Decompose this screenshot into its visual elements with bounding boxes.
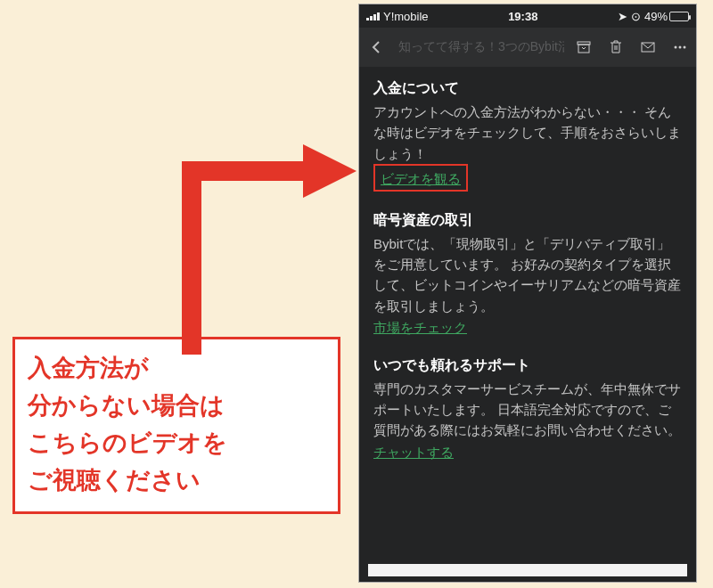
section-support: いつでも頼れるサポート 専門のカスタマーサービスチームが、年中無休でサポートいた…	[373, 356, 682, 461]
pointer-arrow	[178, 132, 356, 363]
archive-icon	[576, 39, 592, 55]
video-link-highlight: ビデオを観る	[373, 164, 468, 192]
more-icon	[672, 39, 688, 55]
section-title: いつでも頼れるサポート	[373, 356, 682, 375]
alarm-icon: ⊙	[631, 10, 641, 23]
email-subject-faded: 知ってて得する！3つのBybit活用	[398, 39, 564, 55]
signal-icon	[366, 12, 380, 20]
chat-link[interactable]: チャットする	[373, 445, 454, 461]
more-button[interactable]	[671, 38, 689, 56]
section-trading: 暗号資産の取引 Bybitでは、「現物取引」と「デリバティブ取引」をご用意してい…	[373, 211, 682, 337]
mail-app-header: 知ってて得する！3つのBybit活用	[359, 28, 696, 67]
archive-button[interactable]	[575, 38, 593, 56]
section-body: 専門のカスタマーサービスチームが、年中無休でサポートいたします。 日本語完全対応…	[373, 379, 682, 441]
status-right: ➤ ⊙ 49%	[618, 10, 689, 23]
status-bar: Y!mobile 19:38 ➤ ⊙ 49%	[359, 4, 696, 28]
location-icon: ➤	[618, 10, 627, 23]
check-market-link[interactable]: 市場をチェック	[373, 320, 467, 337]
section-body: アカウントへの入金方法がわからない・・・ そんな時はビデオをチェックして、手順を…	[373, 102, 682, 164]
chevron-left-icon	[370, 40, 384, 54]
email-body: 入金について アカウントへの入金方法がわからない・・・ そんな時はビデオをチェッ…	[359, 67, 696, 490]
callout-line: 入金方法が	[28, 350, 325, 388]
svg-point-4	[679, 46, 682, 49]
watch-video-link[interactable]: ビデオを観る	[381, 171, 461, 188]
mail-icon	[640, 39, 656, 55]
bottom-strip	[368, 564, 687, 576]
callout-line: ご視聴ください	[28, 462, 325, 500]
section-title: 入金について	[373, 79, 682, 98]
svg-point-5	[684, 46, 686, 49]
section-deposit: 入金について アカウントへの入金方法がわからない・・・ そんな時はビデオをチェッ…	[373, 79, 682, 192]
status-time: 19:38	[508, 10, 537, 23]
battery-indicator: 49%	[644, 10, 689, 23]
back-button[interactable]	[366, 37, 388, 58]
callout-line: 分からない場合は	[28, 388, 325, 425]
section-title: 暗号資産の取引	[373, 211, 682, 230]
trash-icon	[608, 39, 624, 55]
mail-button[interactable]	[639, 38, 657, 56]
delete-button[interactable]	[607, 38, 625, 56]
callout-line: こちらのビデオを	[28, 425, 325, 462]
carrier-label: Y!mobile	[383, 10, 429, 23]
svg-point-3	[675, 46, 677, 49]
battery-percent: 49%	[644, 10, 668, 23]
status-left: Y!mobile	[366, 10, 429, 23]
instruction-callout: 入金方法が 分からない場合は こちらのビデオを ご視聴ください	[12, 337, 340, 514]
section-body: Bybitでは、「現物取引」と「デリバティブ取引」をご用意しています。 お好みの…	[373, 233, 682, 316]
phone-screen: Y!mobile 19:38 ➤ ⊙ 49% 知ってて得する！3つのBybit活…	[358, 4, 697, 583]
